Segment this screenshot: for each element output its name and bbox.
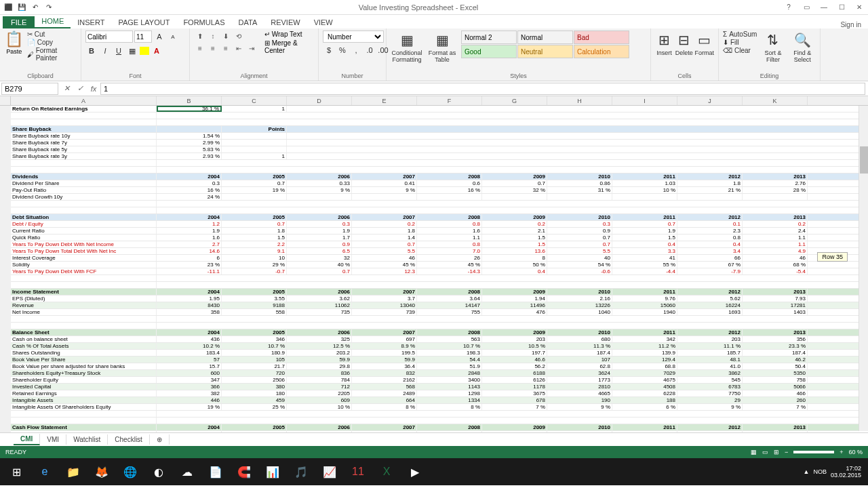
- minimize-icon[interactable]: —: [818, 3, 830, 12]
- view-pagebreak-icon[interactable]: ⊞: [774, 449, 779, 455]
- number-format-select[interactable]: Number: [323, 30, 384, 43]
- sheet-tab-vmi[interactable]: VMI: [40, 434, 66, 445]
- data-tab[interactable]: DATA: [232, 16, 264, 28]
- ie-icon[interactable]: e: [31, 461, 58, 483]
- maximize-icon[interactable]: ☐: [835, 3, 848, 12]
- align-left-icon[interactable]: ≡: [194, 43, 206, 54]
- col-header[interactable]: I: [612, 96, 677, 105]
- currency-icon[interactable]: $: [323, 44, 335, 56]
- clock[interactable]: 17:0203.02.2015: [831, 465, 861, 479]
- view-tab[interactable]: VIEW: [307, 16, 340, 28]
- close-icon[interactable]: ✕: [853, 3, 865, 12]
- border-button[interactable]: ▦: [126, 45, 138, 57]
- cancel-formula-icon[interactable]: ✕: [60, 84, 73, 93]
- cell-styles-gallery[interactable]: Normal 2 Normal Bad Good Neutral Calcula…: [461, 30, 629, 58]
- undo-icon[interactable]: ↶: [30, 2, 41, 13]
- sheet-tab-checklist[interactable]: Checklist: [108, 434, 150, 445]
- indent-dec-icon[interactable]: ⇤: [233, 43, 245, 54]
- font-size-input[interactable]: [134, 30, 152, 43]
- zoom-slider[interactable]: [793, 451, 834, 453]
- fill-button[interactable]: ⬇ Fill: [723, 39, 757, 46]
- font-name-input[interactable]: [85, 30, 133, 43]
- app-icon[interactable]: 📈: [316, 461, 343, 483]
- spreadsheet-grid[interactable]: Return On Retained Earnings36.1 %1Share …: [11, 106, 868, 432]
- fill-color-button[interactable]: [140, 47, 149, 55]
- signin-link[interactable]: Sign in: [840, 21, 861, 28]
- home-tab[interactable]: HOME: [35, 15, 71, 28]
- app-icon[interactable]: 📊: [259, 461, 286, 483]
- zoom-out-icon[interactable]: −: [785, 449, 788, 455]
- col-header[interactable]: K: [743, 96, 808, 105]
- start-button[interactable]: ⊞: [3, 461, 30, 483]
- sheet-tab-watchlist[interactable]: Watchlist: [66, 434, 108, 445]
- app-icon[interactable]: 📄: [202, 461, 229, 483]
- align-right-icon[interactable]: ≡: [220, 43, 232, 54]
- help-icon[interactable]: ?: [783, 3, 795, 12]
- formulas-tab[interactable]: FORMULAS: [176, 16, 231, 28]
- col-header[interactable]: G: [482, 96, 547, 105]
- align-center-icon[interactable]: ≡: [207, 43, 219, 54]
- redo-icon[interactable]: ↷: [43, 2, 54, 13]
- excel-taskbar-icon[interactable]: X: [373, 461, 400, 483]
- comma-icon[interactable]: ,: [350, 44, 362, 56]
- chrome-icon[interactable]: 🌐: [117, 461, 144, 483]
- copy-button[interactable]: 📄Copy: [27, 39, 77, 46]
- app-icon[interactable]: 11: [344, 461, 372, 483]
- delete-button[interactable]: ⊟Delete: [675, 30, 693, 56]
- save-icon[interactable]: 💾: [16, 2, 27, 13]
- formula-bar[interactable]: 1: [100, 83, 865, 95]
- inc-decimal-icon[interactable]: .0: [363, 44, 376, 56]
- indent-inc-icon[interactable]: ⇥: [245, 43, 258, 54]
- autosum-button[interactable]: Σ AutoSum: [723, 30, 757, 38]
- col-header[interactable]: B: [157, 96, 222, 105]
- col-header[interactable]: E: [352, 96, 417, 105]
- view-normal-icon[interactable]: ▦: [751, 449, 757, 455]
- explorer-icon[interactable]: 📁: [60, 461, 87, 483]
- format-as-table-button[interactable]: ▦Format as Table: [426, 30, 458, 63]
- view-layout-icon[interactable]: ▭: [762, 449, 768, 455]
- lang-indicator[interactable]: NOB: [813, 468, 827, 475]
- format-button[interactable]: ▭Format: [694, 30, 714, 56]
- underline-button[interactable]: U: [113, 45, 125, 57]
- col-header[interactable]: F: [417, 96, 482, 105]
- app-icon[interactable]: 🧲: [231, 461, 258, 483]
- review-tab[interactable]: REVIEW: [264, 16, 307, 28]
- pagelayout-tab[interactable]: PAGE LAYOUT: [111, 16, 176, 28]
- col-header[interactable]: A: [11, 96, 157, 105]
- align-top-icon[interactable]: ⬆: [194, 30, 206, 41]
- col-header[interactable]: H: [547, 96, 612, 105]
- firefox-icon[interactable]: 🦊: [88, 461, 115, 483]
- tray-icon[interactable]: ▲: [804, 468, 810, 475]
- insert-button[interactable]: ⊞Insert: [655, 30, 673, 56]
- find-select-button[interactable]: 🔍Find & Select: [789, 30, 816, 63]
- format-painter-button[interactable]: 🖌Format Painter: [27, 47, 77, 62]
- app-icon[interactable]: 🎵: [288, 461, 315, 483]
- fx-icon[interactable]: fx: [87, 85, 100, 93]
- clear-button[interactable]: ⌫ Clear: [723, 47, 757, 54]
- zoom-level[interactable]: 60 %: [848, 449, 863, 455]
- sort-filter-button[interactable]: ⇅Sort & Filter: [760, 30, 786, 63]
- sheet-tab-cmi[interactable]: CMI: [14, 434, 40, 445]
- app-icon[interactable]: ☁: [174, 461, 201, 483]
- orientation-icon[interactable]: ⟲: [233, 30, 245, 41]
- italic-button[interactable]: I: [99, 45, 111, 57]
- grow-font-icon[interactable]: A: [153, 30, 165, 43]
- bold-button[interactable]: B: [85, 45, 98, 57]
- enter-formula-icon[interactable]: ✓: [73, 84, 87, 93]
- ribbon-opts-icon[interactable]: ▭: [800, 3, 812, 12]
- paste-button[interactable]: 📋 Paste: [4, 30, 24, 55]
- app-icon[interactable]: ◐: [145, 461, 172, 483]
- insert-tab[interactable]: INSERT: [71, 16, 111, 28]
- shrink-font-icon[interactable]: A: [167, 30, 179, 43]
- align-mid-icon[interactable]: ↕: [207, 30, 219, 41]
- merge-center-button[interactable]: ⊞ Merge & Center: [264, 39, 314, 54]
- col-header[interactable]: C: [222, 96, 287, 105]
- col-header[interactable]: J: [677, 96, 743, 105]
- percent-icon[interactable]: %: [336, 44, 349, 56]
- add-sheet-button[interactable]: ⊕: [150, 434, 170, 445]
- align-bot-icon[interactable]: ⬇: [220, 30, 232, 41]
- wrap-text-button[interactable]: ↵ Wrap Text: [264, 30, 314, 38]
- app-icon[interactable]: ▶: [401, 461, 429, 483]
- zoom-in-icon[interactable]: +: [840, 449, 843, 455]
- vertical-scrollbar[interactable]: [859, 106, 868, 431]
